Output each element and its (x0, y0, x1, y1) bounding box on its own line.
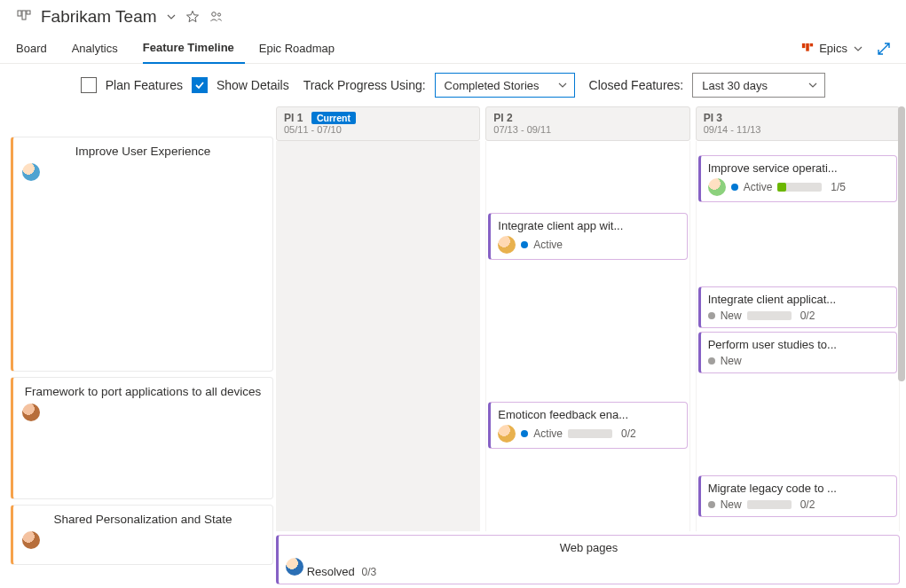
progress-bar (777, 183, 822, 192)
chevron-down-icon (808, 81, 817, 90)
fullscreen-icon[interactable] (878, 43, 890, 55)
progress-bar (747, 500, 792, 509)
feature-card[interactable]: Improve service operati... Active 1/5 (698, 155, 897, 202)
iteration-dates: 05/11 - 07/10 (284, 124, 472, 135)
feature-state: Active (533, 427, 563, 440)
epic-card[interactable]: Framework to port applications to all de… (11, 377, 273, 499)
feature-state: Resolved (307, 565, 355, 578)
state-dot-icon (521, 241, 528, 248)
feature-card[interactable]: Perform user studies to... New (698, 332, 897, 373)
feature-card[interactable]: Migrate legacy code to ... New 0/2 (698, 475, 897, 517)
progress-count: 0/2 (800, 310, 815, 322)
feature-card[interactable]: Integrate client applicat... New 0/2 (698, 286, 897, 328)
progress-count: 0/2 (800, 498, 815, 511)
closed-features-value: Last 30 days (702, 79, 768, 92)
tab-analytics[interactable]: Analytics (72, 34, 129, 64)
board-glyph-icon (16, 9, 32, 25)
avatar (22, 404, 40, 421)
progress-count: 0/3 (361, 566, 376, 578)
epic-column: Improve User Experience Framework to por… (0, 106, 273, 588)
feature-state: Active (744, 181, 773, 193)
state-dot-icon (708, 312, 715, 319)
team-members-icon[interactable] (209, 10, 223, 24)
show-details-label: Show Details (217, 78, 289, 92)
closed-features-label: Closed Features: (589, 78, 684, 92)
feature-card[interactable]: Emoticon feedback ena... Active 0/2 (488, 402, 687, 449)
iteration-header[interactable]: PI 2 07/13 - 09/11 (485, 106, 689, 141)
avatar (22, 163, 40, 181)
plan-features-label: Plan Features (106, 78, 183, 92)
svg-rect-2 (27, 11, 30, 14)
epic-title: Shared Personalization and State (22, 513, 264, 526)
iteration-dates: 09/14 - 11/13 (704, 124, 892, 135)
svg-point-4 (217, 13, 220, 16)
feature-title: Improve service operati... (708, 161, 889, 175)
progress-bar (747, 311, 792, 320)
show-details-checkbox[interactable] (192, 77, 208, 93)
progress-bar (568, 429, 612, 438)
svg-rect-7 (810, 43, 814, 46)
svg-rect-5 (802, 43, 806, 47)
state-dot-icon (521, 430, 528, 437)
current-badge: Current (311, 112, 356, 124)
view-tabs: Board Analytics Feature Timeline Epic Ro… (0, 34, 906, 64)
iteration-header[interactable]: PI 3 09/14 - 11/13 (696, 106, 900, 141)
view-type-selector[interactable]: Epics (796, 38, 869, 59)
progress-count: 0/2 (621, 427, 636, 440)
avatar (498, 236, 516, 254)
feature-state: New (721, 310, 742, 322)
iteration-dates: 07/13 - 09/11 (493, 124, 681, 135)
epic-card[interactable]: Shared Personalization and State (11, 505, 273, 565)
epic-card[interactable]: Improve User Experience (11, 137, 273, 372)
feature-card[interactable]: Web pages Resolved 0/3 (276, 535, 900, 584)
page-header: Fabrikam Team (0, 0, 906, 34)
iteration-headers: PI 1 Current 05/11 - 07/10 PI 2 07/13 - … (273, 106, 902, 141)
chevron-down-icon (853, 43, 863, 54)
state-dot-icon (731, 184, 738, 191)
svg-rect-1 (22, 11, 26, 20)
state-dot-icon (708, 501, 715, 508)
feature-title: Integrate client applicat... (708, 293, 889, 306)
timeline-controls: Plan Features Show Details Track Progres… (0, 64, 906, 106)
feature-card[interactable]: Integrate client app wit... Active (488, 213, 687, 260)
feature-state: New (721, 355, 742, 367)
feature-title: Integrate client app wit... (498, 219, 679, 232)
feature-state: Active (533, 239, 563, 251)
track-progress-label: Track Progress Using: (303, 78, 426, 92)
svg-rect-0 (18, 11, 21, 16)
favorite-star-icon[interactable] (185, 10, 200, 24)
svg-point-3 (211, 12, 216, 17)
scrollbar-thumb[interactable] (898, 106, 905, 381)
iteration-name: PI 2 (493, 112, 512, 124)
view-type-label: Epics (819, 42, 847, 55)
tab-feature-timeline[interactable]: Feature Timeline (143, 34, 245, 64)
iteration-header[interactable]: PI 1 Current 05/11 - 07/10 (276, 106, 480, 141)
epics-glyph-icon (801, 43, 814, 55)
avatar (286, 558, 303, 576)
state-dot-icon (708, 357, 715, 365)
avatar (498, 425, 516, 443)
tab-board[interactable]: Board (16, 34, 58, 64)
feature-title: Web pages (286, 541, 892, 554)
feature-title: Perform user studies to... (708, 338, 889, 351)
closed-features-select[interactable]: Last 30 days (692, 73, 825, 98)
progress-count: 1/5 (831, 181, 846, 193)
track-progress-select[interactable]: Completed Stories (435, 73, 575, 98)
chevron-down-icon[interactable] (166, 12, 177, 22)
feature-state: New (721, 498, 742, 511)
iteration-name: PI 1 (284, 112, 303, 124)
plan-features-checkbox[interactable] (81, 77, 97, 93)
epic-title: Framework to port applications to all de… (22, 385, 264, 398)
feature-title: Migrate legacy code to ... (708, 482, 889, 495)
track-progress-value: Completed Stories (445, 79, 540, 92)
team-name[interactable]: Fabrikam Team (41, 7, 157, 27)
avatar (708, 178, 726, 196)
feature-title: Emoticon feedback ena... (498, 408, 679, 421)
chevron-down-icon (558, 81, 567, 90)
svg-rect-6 (806, 43, 809, 51)
vertical-scrollbar[interactable] (897, 106, 906, 588)
iteration-name: PI 3 (704, 112, 722, 124)
tab-epic-roadmap[interactable]: Epic Roadmap (259, 34, 345, 64)
epic-title: Improve User Experience (22, 145, 264, 158)
avatar (22, 531, 40, 549)
